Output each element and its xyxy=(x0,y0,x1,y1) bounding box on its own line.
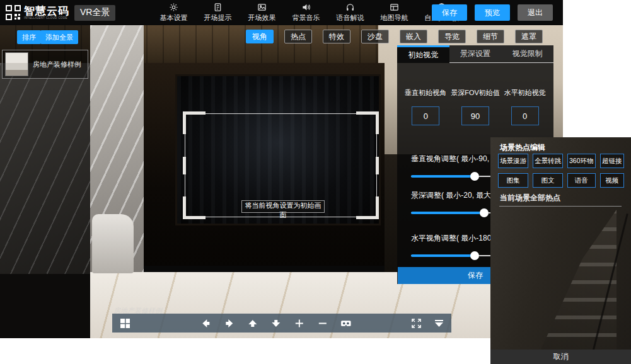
cancel-button[interactable]: 取消 xyxy=(490,350,631,364)
toolbar-left xyxy=(119,317,131,329)
field-label: 景深FOV初始值 xyxy=(451,88,500,98)
menu-label: 开场提示 xyxy=(204,13,231,23)
frame-edge-mark xyxy=(376,157,379,174)
settings-tabs: 初始视觉 景深设置 视觉限制 xyxy=(397,45,553,63)
gear-icon xyxy=(169,3,178,12)
menu-label: 开场效果 xyxy=(248,13,275,23)
fov-initial-input[interactable] xyxy=(461,106,489,125)
scene-list-item[interactable]: 房地产装修样例 xyxy=(2,50,88,79)
slider-fill xyxy=(411,175,475,178)
hotspot-type-image-text[interactable]: 图文 xyxy=(533,173,563,188)
hotspot-type-pano-jump[interactable]: 全景转跳 xyxy=(533,154,563,168)
exit-button[interactable]: 退出 xyxy=(518,4,553,21)
header-bar: 智慧云码 INTELLIGENT CLOUD CODE VR全景 基本设置 开场… xyxy=(0,0,563,25)
scene-thumbnail xyxy=(5,52,28,76)
panorama-chair xyxy=(92,214,134,273)
frame-corner xyxy=(183,196,206,219)
speaker-icon xyxy=(301,3,311,12)
logo: 智慧云码 INTELLIGENT CLOUD CODE VR全景 xyxy=(5,4,115,21)
menu-item-basic-settings[interactable]: 基本设置 xyxy=(159,3,187,23)
slider-thumb[interactable] xyxy=(480,208,489,217)
horizontal-initial-field: 水平初始视觉 xyxy=(500,88,550,125)
effect-image-icon xyxy=(257,3,267,12)
vr-editor-window: 智慧云码 INTELLIGENT CLOUD CODE VR全景 基本设置 开场… xyxy=(0,0,563,338)
menu-label: 基本设置 xyxy=(159,13,187,23)
tab-embed[interactable]: 嵌入 xyxy=(400,30,427,43)
hotspot-panel-title: 场景热点编辑 xyxy=(500,142,545,153)
tab-view-angle[interactable]: 视角 xyxy=(246,30,274,43)
hotspot-edit-panel: 场景热点编辑 场景漫游 全景转跳 360环物 超链接 图集 图文 语音 视频 当… xyxy=(490,137,631,364)
toolbar-center xyxy=(199,317,352,329)
header-actions: 保存 预览 退出 xyxy=(432,4,553,21)
screen: 智慧云码 INTELLIGENT CLOUD CODE VR全景 基本设置 开场… xyxy=(0,0,631,364)
panorama-viewport[interactable]: 排序 添加全景 房地产装修样例 视角 热点 特效 沙盘 嵌入 导览 细节 遮罩 xyxy=(0,25,563,338)
tab-view-limits[interactable]: 视觉限制 xyxy=(501,45,553,63)
scene-name: 房地产装修样例 xyxy=(33,60,81,69)
editor-tabs: 视角 热点 特效 沙盘 嵌入 导览 细节 遮罩 xyxy=(246,30,543,43)
menu-label: 语音解说 xyxy=(336,13,364,23)
tab-effects[interactable]: 特效 xyxy=(323,30,350,43)
add-panorama-button[interactable]: 添加全景 xyxy=(40,30,78,44)
sort-button[interactable]: 排序 xyxy=(17,30,41,44)
tab-details[interactable]: 细节 xyxy=(477,30,504,43)
menu-item-opening-prompt[interactable]: 开场提示 xyxy=(204,3,231,23)
headphones-icon xyxy=(345,3,355,12)
pan-down-icon[interactable] xyxy=(269,317,282,329)
vr-goggles-icon[interactable] xyxy=(339,317,352,329)
frame-corner xyxy=(356,111,379,134)
slider-fill xyxy=(411,254,475,257)
slider-fill xyxy=(411,212,484,214)
initial-view-fields: 垂直初始视角 景深FOV初始值 水平初始视觉 xyxy=(397,88,553,125)
vertical-initial-input[interactable] xyxy=(412,106,439,125)
menu-item-opening-effect[interactable]: 开场效果 xyxy=(248,3,275,23)
menu-item-map-navigation[interactable]: 地图导航 xyxy=(380,3,408,23)
horizontal-initial-input[interactable] xyxy=(511,106,539,125)
divider xyxy=(499,206,622,207)
hotspot-type-gallery[interactable]: 图集 xyxy=(498,173,528,188)
frame-edge-mark xyxy=(183,157,186,174)
field-label: 垂直初始视角 xyxy=(405,88,446,98)
hotspot-type-360-object[interactable]: 360环物 xyxy=(567,154,596,168)
toolbar-right xyxy=(410,317,445,329)
logo-text: 智慧云码 INTELLIGENT CLOUD CODE xyxy=(24,6,69,20)
zoom-in-icon[interactable] xyxy=(292,317,305,329)
pan-up-icon[interactable] xyxy=(246,317,258,329)
menu-item-voice-narration[interactable]: 语音解说 xyxy=(336,3,364,23)
tab-mask[interactable]: 遮罩 xyxy=(515,30,543,43)
hotspot-type-hyperlink[interactable]: 超链接 xyxy=(600,154,624,168)
set-initial-view-button[interactable]: 将当前视角设置为初始画面 xyxy=(241,200,325,213)
zoom-out-icon[interactable] xyxy=(316,317,328,329)
tab-hotspot[interactable]: 热点 xyxy=(284,30,312,43)
slider-thumb[interactable] xyxy=(470,172,479,181)
tab-sandbox[interactable]: 沙盘 xyxy=(361,30,389,43)
qr-logo-icon xyxy=(5,4,21,21)
scene-sidebar: 排序 添加全景 房地产装修样例 xyxy=(0,25,90,338)
hotspot-type-video[interactable]: 视频 xyxy=(600,173,624,188)
all-hotspots-label: 当前场景全部热点 xyxy=(500,193,560,203)
product-badge: VR全景 xyxy=(74,5,115,21)
prompt-icon xyxy=(213,3,223,12)
tab-initial-view[interactable]: 初始视觉 xyxy=(397,45,449,63)
tab-fov-settings[interactable]: 景深设置 xyxy=(449,45,502,63)
tab-tour[interactable]: 导览 xyxy=(438,30,466,43)
fullscreen-icon[interactable] xyxy=(410,317,422,329)
stairs-background xyxy=(541,210,617,350)
hotspot-type-grid: 场景漫游 全景转跳 360环物 超链接 图集 图文 语音 视频 xyxy=(498,154,624,188)
preview-button[interactable]: 预览 xyxy=(475,4,510,21)
pan-left-icon[interactable] xyxy=(199,317,212,329)
menu-item-background-music[interactable]: 背景音乐 xyxy=(292,3,320,23)
frame-corner xyxy=(183,111,206,134)
viewer-toolbar xyxy=(112,314,451,333)
field-label: 水平初始视觉 xyxy=(504,88,546,98)
frame-corner xyxy=(356,196,379,219)
slider-thumb[interactable] xyxy=(470,251,479,260)
logo-subtitle: INTELLIGENT CLOUD CODE xyxy=(24,16,69,20)
collapse-toolbar-icon[interactable] xyxy=(432,317,445,329)
fov-initial-field: 景深FOV初始值 xyxy=(451,88,501,125)
hotspot-type-audio[interactable]: 语音 xyxy=(567,173,596,188)
logo-title: 智慧云码 xyxy=(24,6,69,16)
save-button[interactable]: 保存 xyxy=(432,4,467,21)
scene-grid-icon[interactable] xyxy=(119,317,131,329)
pan-right-icon[interactable] xyxy=(223,317,235,329)
hotspot-type-scene-roam[interactable]: 场景漫游 xyxy=(498,154,528,168)
